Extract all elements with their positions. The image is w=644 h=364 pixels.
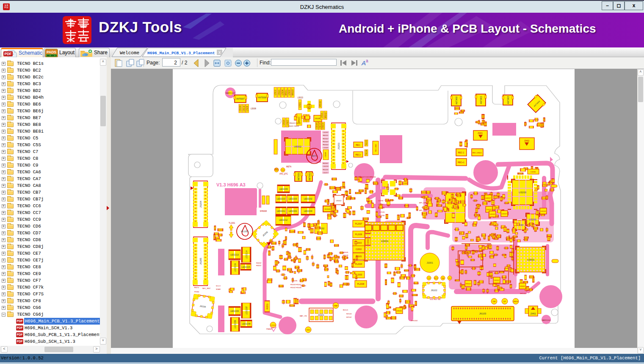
svg-text:SA: SA bbox=[442, 278, 444, 279]
svg-text:U3217: U3217 bbox=[486, 197, 491, 199]
svg-text:U6680: U6680 bbox=[336, 188, 341, 190]
svg-text:H2102: H2102 bbox=[346, 316, 352, 318]
svg-text:a: a bbox=[366, 58, 368, 63]
svg-text:L5008: L5008 bbox=[251, 108, 256, 110]
svg-text:C5877: C5877 bbox=[399, 180, 401, 186]
svg-text:C3532: C3532 bbox=[218, 229, 223, 231]
svg-text:C4849: C4849 bbox=[473, 200, 478, 202]
svg-text:LED2204: LED2204 bbox=[304, 210, 312, 212]
svg-text:C5330: C5330 bbox=[356, 255, 358, 261]
svg-text:LED2208: LED2208 bbox=[242, 323, 250, 325]
svg-text:U4378: U4378 bbox=[426, 198, 432, 200]
svg-text:L3770: L3770 bbox=[481, 234, 486, 236]
svg-text:R3921: R3921 bbox=[523, 239, 529, 241]
svg-text:R6311: R6311 bbox=[323, 134, 329, 136]
svg-text:L6250: L6250 bbox=[392, 292, 398, 295]
svg-text:L5004: L5004 bbox=[282, 89, 284, 95]
svg-text:C4416: C4416 bbox=[339, 252, 344, 254]
svg-text:Welcome: Welcome bbox=[120, 50, 139, 56]
svg-text:U6302: U6302 bbox=[294, 145, 301, 148]
svg-text:J6102: J6102 bbox=[431, 289, 437, 292]
svg-text:U2435: U2435 bbox=[524, 121, 526, 127]
svg-text:R2329: R2329 bbox=[471, 267, 477, 270]
svg-text:R5023: R5023 bbox=[292, 89, 294, 95]
svg-text:C1298: C1298 bbox=[408, 264, 413, 267]
svg-text:U2370: U2370 bbox=[466, 233, 468, 238]
svg-text:DP: DP bbox=[503, 300, 506, 303]
svg-text:L2165: L2165 bbox=[330, 282, 332, 287]
svg-text:L2178: L2178 bbox=[386, 317, 391, 319]
svg-text:C3859: C3859 bbox=[275, 270, 281, 272]
svg-text:R1135: R1135 bbox=[403, 178, 409, 181]
svg-text:C5021: C5021 bbox=[278, 89, 280, 95]
svg-text:R6455: R6455 bbox=[279, 285, 284, 287]
svg-text:R3752: R3752 bbox=[284, 239, 286, 245]
svg-text:R6740: R6740 bbox=[460, 110, 466, 112]
svg-text:U3201: U3201 bbox=[529, 218, 536, 221]
svg-text:U6103: U6103 bbox=[460, 201, 465, 203]
svg-text:U5514: U5514 bbox=[332, 214, 338, 217]
svg-text:C6033C6017C6016R6005: C6033C6017C6016R6005 bbox=[355, 176, 376, 178]
svg-text:R5007: R5007 bbox=[298, 117, 300, 122]
svg-text:J1001: J1001 bbox=[427, 261, 433, 264]
svg-text:L3911: L3911 bbox=[327, 214, 332, 216]
svg-text:U2141: U2141 bbox=[343, 182, 345, 187]
svg-text:ANT5008: ANT5008 bbox=[258, 97, 266, 99]
svg-text:U4081: U4081 bbox=[304, 222, 306, 227]
svg-text:R6301: R6301 bbox=[323, 162, 329, 164]
svg-text:U3202: U3202 bbox=[490, 213, 495, 215]
svg-text:ANT6602: ANT6602 bbox=[309, 172, 311, 181]
svg-text:R2101: R2101 bbox=[387, 186, 390, 192]
svg-text:U3001: U3001 bbox=[527, 258, 535, 261]
svg-text:R3257: R3257 bbox=[465, 245, 467, 250]
svg-text:C4506: C4506 bbox=[496, 236, 501, 238]
svg-text:U2295: U2295 bbox=[462, 269, 464, 275]
svg-text:C4741: C4741 bbox=[470, 259, 475, 261]
svg-text:U4857: U4857 bbox=[489, 244, 491, 250]
svg-text:R1172: R1172 bbox=[494, 272, 500, 274]
svg-text:R2458: R2458 bbox=[421, 196, 426, 198]
svg-text:META: META bbox=[286, 166, 291, 168]
svg-text:RST1: RST1 bbox=[312, 155, 317, 157]
svg-text:V1.3 H696 A3: V1.3 H696 A3 bbox=[216, 182, 246, 187]
svg-text:R5576: R5576 bbox=[488, 235, 490, 241]
svg-text:C5008: C5008 bbox=[316, 123, 318, 129]
svg-text:R4606: R4606 bbox=[323, 265, 329, 267]
svg-text:C3825: C3825 bbox=[465, 269, 467, 275]
svg-text:C4787: C4787 bbox=[355, 240, 357, 245]
svg-text:GND: GND bbox=[306, 329, 310, 331]
svg-text:R5681: R5681 bbox=[452, 245, 454, 251]
svg-text:L3368: L3368 bbox=[355, 275, 357, 280]
svg-text:L2913: L2913 bbox=[337, 270, 339, 275]
svg-text:R3556: R3556 bbox=[399, 298, 401, 303]
svg-text:U5794: U5794 bbox=[470, 194, 473, 199]
svg-text:U1931: U1931 bbox=[385, 263, 387, 268]
svg-text:J3401: J3401 bbox=[478, 132, 483, 134]
svg-text:L5013: L5013 bbox=[322, 123, 324, 128]
svg-text:R3819: R3819 bbox=[541, 122, 543, 128]
svg-text:L6729: L6729 bbox=[299, 247, 301, 252]
svg-text:LED2211: LED2211 bbox=[277, 210, 285, 212]
svg-text:U5002: U5002 bbox=[308, 103, 310, 109]
svg-text:C2214: C2214 bbox=[280, 274, 286, 276]
svg-text:C4729: C4729 bbox=[405, 301, 411, 303]
svg-text:C6018: C6018 bbox=[288, 252, 290, 257]
svg-text:U3739: U3739 bbox=[494, 221, 496, 226]
svg-text:L3328: L3328 bbox=[299, 280, 304, 282]
svg-text:C4251: C4251 bbox=[510, 283, 512, 289]
svg-text:C5020: C5020 bbox=[283, 119, 285, 125]
svg-text:L5606: L5606 bbox=[318, 220, 320, 225]
svg-text:L3136: L3136 bbox=[483, 202, 488, 204]
svg-text:C6310: C6310 bbox=[324, 152, 326, 157]
svg-text:U4374: U4374 bbox=[415, 300, 417, 306]
svg-text:J6203: J6203 bbox=[337, 142, 340, 150]
svg-text:SDA3: SDA3 bbox=[216, 288, 221, 290]
svg-text:PL2008: PL2008 bbox=[357, 283, 365, 285]
svg-text:L3216: L3216 bbox=[528, 289, 533, 291]
svg-text:L2997: L2997 bbox=[293, 258, 299, 260]
svg-text:PL2007: PL2007 bbox=[355, 223, 362, 225]
svg-text:R1734: R1734 bbox=[473, 192, 478, 195]
svg-text:L3958: L3958 bbox=[306, 248, 311, 250]
svg-text:C4479: C4479 bbox=[459, 111, 464, 114]
svg-text:C4288: C4288 bbox=[290, 231, 295, 233]
